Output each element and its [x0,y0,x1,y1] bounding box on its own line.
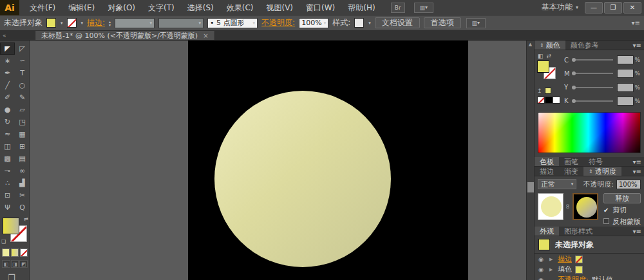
last-color-swatch[interactable] [545,88,551,94]
eyedropper-tool[interactable]: ⊸ [0,165,15,177]
tab-appearance[interactable]: 外观 [535,227,559,236]
tab-stroke[interactable]: 描边 [535,167,559,176]
color-button[interactable] [2,248,10,257]
appearance-fill-label[interactable]: 填色 [558,265,572,274]
align-options-icon[interactable]: ▥▾ [466,18,486,28]
color-fill-swatch[interactable] [537,61,549,73]
document-setup-button[interactable]: 文档设置 [375,17,420,28]
magic-wand-tool[interactable]: ∗ [0,55,15,67]
color-spectrum[interactable] [538,112,641,153]
blend-tool[interactable]: ∞ [15,165,30,177]
draw-normal-icon[interactable]: ◧ [2,260,10,268]
color-panel-menu-icon[interactable]: ▾≡ [633,42,641,49]
visibility-eye-icon[interactable]: ◉ [538,266,546,273]
rotate-tool[interactable]: ↻ [0,116,15,128]
yellow-value-field[interactable] [617,83,634,92]
scroll-up-icon[interactable]: ▲ [527,41,534,48]
opacity-combo[interactable]: 100%▾ [299,18,328,28]
ellipse-shape[interactable] [214,91,391,267]
cyan-value-field[interactable] [617,55,634,64]
appearance-stroke-row[interactable]: ◉ ▶ 描边 [535,254,644,264]
opacity-panel-link[interactable]: 不透明度: [261,17,295,28]
symbol-sprayer-tool[interactable]: ∴ [0,177,15,189]
gradient-tool[interactable]: ▤ [15,153,30,165]
bridge-icon[interactable]: Br [391,3,405,13]
appearance-opacity-label[interactable]: 不透明度: [558,275,589,280]
appearance-fill-swatch[interactable] [575,266,583,274]
menu-window[interactable]: 窗口(W) [299,0,341,15]
opacity-mask-thumbnail[interactable] [573,193,598,220]
appearance-opacity-row[interactable]: ◉ ▶ 不透明度: 默认值 [535,275,644,280]
visibility-eye-icon[interactable]: ◉ [538,277,546,280]
menu-help[interactable]: 帮助(H) [341,0,381,15]
tab-gradient[interactable]: 渐变 [559,167,583,176]
tab-transparency[interactable]: ⇕透明度 [583,167,621,176]
object-thumbnail[interactable] [538,193,564,220]
stroke-weight-stepper[interactable]: ▴▾ [109,20,111,26]
fill-color-swatch[interactable] [46,18,56,28]
default-fill-stroke-icon[interactable]: ❏ [1,239,6,245]
scale-tool[interactable]: ◳ [15,116,30,128]
tab-graphic-styles[interactable]: 图形样式 [559,227,598,236]
hand-tool[interactable]: Ψ [0,201,15,214]
clip-checkbox[interactable]: ✔剪切 [603,205,641,215]
lasso-tool[interactable]: ∽ [15,55,30,67]
stroke-dropdown-icon[interactable]: ▾ [81,21,84,26]
expand-triangle-icon[interactable]: ▶ [549,257,554,262]
collapse-panels-icon[interactable]: « [0,31,17,40]
invert-mask-checkbox[interactable]: 反相蒙版 [603,217,641,227]
transparency-opacity-field[interactable]: 100%▾ [616,180,641,189]
brush-definition-combo[interactable]: • 5 点圆形▾ [207,18,258,28]
draw-behind-icon[interactable]: ◨ [11,260,19,268]
width-profile-combo[interactable]: ▾ [158,18,204,28]
selection-tool[interactable]: ◤ [0,42,15,55]
release-button[interactable]: 释放 [603,193,641,203]
swap-fill-stroke-icon[interactable]: ⇄ [24,216,28,222]
stroke-panel-link[interactable]: 描边: [87,17,105,28]
screen-mode-icon[interactable]: ❐ [8,273,29,280]
restore-button[interactable]: ❐ [604,2,622,14]
visibility-eye-icon[interactable]: ◉ [538,256,546,263]
blob-brush-tool[interactable]: ● [0,104,15,116]
type-tool[interactable]: T [15,67,30,79]
control-panel-menu-icon[interactable]: ▾≡ [632,19,640,26]
pencil-tool[interactable]: ✎ [15,91,30,104]
none-button[interactable] [20,248,28,257]
menu-select[interactable]: 选择(S) [181,0,220,15]
black-slider[interactable] [572,100,613,102]
tab-swatches[interactable]: 色板 [535,157,559,166]
tab-symbols[interactable]: 符号 [583,157,608,166]
appearance-fill-row[interactable]: ◉ ▶ 填色 [535,265,644,274]
tab-color[interactable]: ⇕颜色 [535,41,565,50]
fill-dropdown-icon[interactable]: ▾ [61,21,63,26]
link-icon[interactable]: ∞ [564,202,572,210]
fill-stroke-mini-icon[interactable]: ◧ [538,53,544,59]
tab-color-guide[interactable]: 颜色参考 [565,41,604,50]
stroke-weight-combo[interactable]: ▾ [115,18,155,28]
arrange-documents-icon[interactable]: ▥▾ [414,3,433,13]
ellipse-tool[interactable]: ○ [15,79,30,91]
blend-mode-select[interactable]: 正常▾ [538,179,576,189]
menu-file[interactable]: 文件(F) [23,0,62,15]
none-swatch[interactable] [537,97,545,104]
draw-inside-icon[interactable]: ◩ [19,260,28,268]
appearance-stroke-label[interactable]: 描边 [558,254,572,264]
gradient-button[interactable] [11,248,19,257]
perspective-grid-tool[interactable]: ⊞ [15,140,30,153]
mesh-tool[interactable]: ▩ [0,153,15,165]
expand-triangle-icon[interactable]: ▶ [549,267,554,272]
swap-colors-icon[interactable]: ⇄ [547,53,552,59]
yellow-slider[interactable] [572,87,613,88]
document-tab[interactable]: 未标题-1* @ 100% (<不透明蒙版>/不透明蒙版) × [35,31,215,40]
appearance-stroke-swatch[interactable] [575,256,583,263]
scrollbar-thumb[interactable] [527,182,534,192]
shape-builder-tool[interactable]: ◫ [0,140,15,153]
swatches-panel-menu-icon[interactable]: ▾≡ [633,158,641,165]
canvas[interactable] [30,41,526,280]
fill-indicator[interactable] [3,218,19,234]
preferences-button[interactable]: 首选项 [424,17,461,28]
style-swatch[interactable] [354,18,364,28]
close-document-icon[interactable]: × [203,32,208,39]
menu-effect[interactable]: 效果(C) [220,0,260,15]
width-tool[interactable]: ≈ [0,128,15,140]
